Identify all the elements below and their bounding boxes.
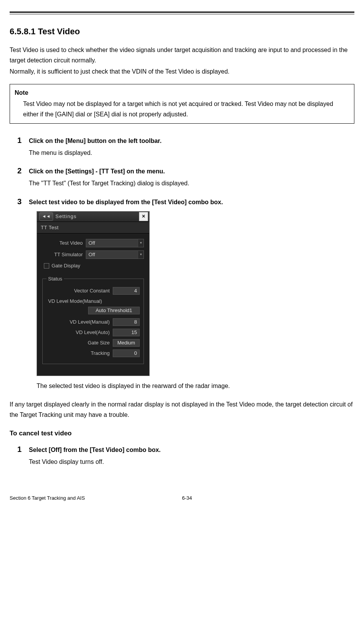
note-body: Test Video may not be displayed for a ta… [15,99,349,119]
step-3: 3 Select test video to be displayed from… [17,196,354,391]
test-video-value: Off [88,239,95,247]
vector-constant-value: 4 [113,287,140,295]
dialog-titlebar: ◄◄ Settings × [37,212,149,222]
procedure-steps: 1 Click on the [Menu] button on the left… [17,134,354,390]
tt-simulator-label: TT Simulator [42,251,86,259]
step-1: 1 Click on the [Menu] button on the left… [17,134,354,158]
step-2: 2 Click on the [Settings] - [TT Test] on… [17,165,354,188]
intro-paragraph-1: Test Video is used to check whether the … [10,45,354,65]
back-icon: ◄◄ [42,213,50,220]
status-group: Status Vector Constant 4 VD Level Mode(M… [42,275,144,364]
dialog-title: Settings [55,213,139,220]
vd-level-mode-label: VD Level Mode(Manual) [47,297,140,305]
step-body: Test Video display turns off. [29,457,354,467]
intro-paragraph-2: Normally, it is sufficient to just check… [10,66,354,77]
step-title: Click on the [Settings] - [TT Test] on t… [29,167,165,176]
settings-dialog: ◄◄ Settings × TT Test Test Video Off ▾ [37,212,149,376]
gate-size-label: Gate Size [47,339,113,347]
vd-level-mode-value: Auto Threshold1 [88,307,140,314]
tt-test-dialog-screenshot: ◄◄ Settings × TT Test Test Video Off ▾ [37,211,150,376]
step-number: 1 [17,134,29,146]
section-heading: 6.5.8.1 Test Video [10,25,354,38]
footer-page-number: 6-34 [182,494,192,502]
step-body: The menu is displayed. [29,148,354,158]
vector-constant-label: Vector Constant [47,287,113,295]
chevron-down-icon: ▾ [138,239,144,247]
vd-level-manual-row: VD Level(Manual) 8 [47,318,140,326]
dialog-subtitle: TT Test [37,222,149,234]
step-number: 1 [17,443,29,455]
gate-display-row: Gate Display [44,262,144,270]
test-video-label: Test Video [42,239,86,247]
step-title: Click on the [Menu] button on the left t… [29,136,162,146]
cancel-steps: 1 Select [Off] from the [Test Video] com… [17,443,354,467]
gate-display-label: Gate Display [52,262,80,270]
step-number: 2 [17,165,29,176]
gate-size-row: Gate Size Medium [47,339,140,347]
tracking-row: Tracking 0 [47,349,140,357]
vd-level-auto-label: VD Level(Auto) [47,329,113,336]
close-button[interactable]: × [139,212,148,221]
status-legend: Status [47,275,64,283]
back-button[interactable]: ◄◄ [39,212,53,221]
close-icon: × [142,212,145,220]
chevron-down-icon: ▾ [138,251,144,259]
page-footer: Section 6 Target Tracking and AIS 6-34 [10,494,354,502]
gate-size-value: Medium [113,339,140,347]
vd-level-auto-value: 15 [113,329,140,336]
tt-simulator-combo[interactable]: Off ▾ [86,250,144,259]
cancel-heading: To cancel test video [10,428,354,438]
vector-constant-row: Vector Constant 4 [47,287,140,295]
vd-level-manual-label: VD Level(Manual) [47,318,113,326]
tracking-value: 0 [113,349,140,357]
step-title: Select test video to be displayed from t… [29,198,223,207]
step-3-result: The selected test video is displayed in … [37,381,354,391]
note-title: Note [15,87,349,98]
step-title: Select [Off] from the [Test Video] combo… [29,445,161,455]
test-video-combo[interactable]: Off ▾ [86,239,144,247]
dialog-body: Test Video Off ▾ TT Simulator Off ▾ [37,233,149,376]
page-top-rule [10,12,354,14]
note-box: Note Test Video may not be displayed for… [10,84,354,124]
tt-simulator-value: Off [88,251,95,259]
step-number: 3 [17,196,29,207]
tracking-label: Tracking [47,349,113,357]
vd-level-auto-row: VD Level(Auto) 15 [47,329,140,336]
tt-simulator-row: TT Simulator Off ▾ [42,250,144,259]
footer-section: Section 6 Target Tracking and AIS [10,494,182,502]
test-video-row: Test Video Off ▾ [42,239,144,247]
gate-display-checkbox[interactable] [44,263,49,269]
step-body: The "TT Test" (Test for Target Tracking)… [29,178,354,188]
cancel-step-1: 1 Select [Off] from the [Test Video] com… [17,443,354,467]
intro-block: Test Video is used to check whether the … [10,45,354,77]
vd-level-manual-value: 8 [113,318,140,326]
trouble-paragraph: If any target displayed clearly in the n… [10,399,354,420]
